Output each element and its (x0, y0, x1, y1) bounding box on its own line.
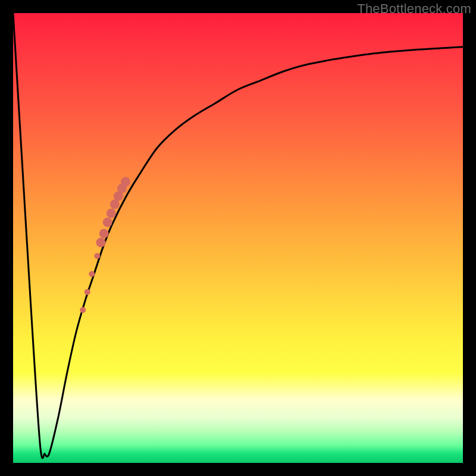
marker-dot (121, 177, 130, 187)
marker-dot (110, 199, 120, 209)
bottleneck-curve (13, 13, 463, 458)
chart-frame: TheBottleneck.com (0, 0, 476, 476)
marker-dot (89, 271, 95, 277)
marker-dot (107, 208, 116, 218)
curve-left-segment (13, 13, 45, 458)
marker-dot (80, 307, 86, 313)
curve-right-segment (45, 47, 463, 457)
highlighted-points (80, 177, 130, 313)
marker-dot (84, 289, 90, 295)
watermark-text: TheBottleneck.com (357, 1, 471, 17)
marker-dot (96, 238, 105, 248)
plot-area (13, 13, 463, 463)
marker-dot (99, 228, 109, 238)
chart-svg (13, 13, 463, 463)
marker-dot (94, 253, 100, 259)
marker-dot (103, 218, 112, 227)
